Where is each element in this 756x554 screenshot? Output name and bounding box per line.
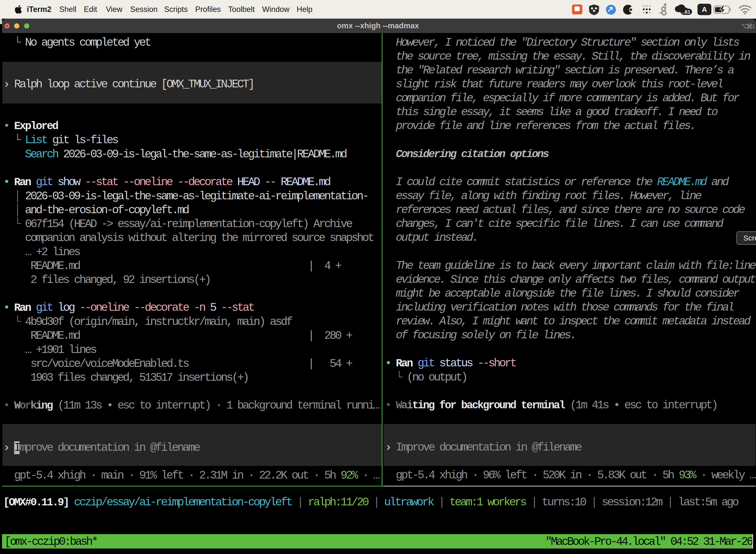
svg-text:..61: ..61: [682, 9, 690, 15]
svg-text:1: 1: [752, 23, 755, 30]
